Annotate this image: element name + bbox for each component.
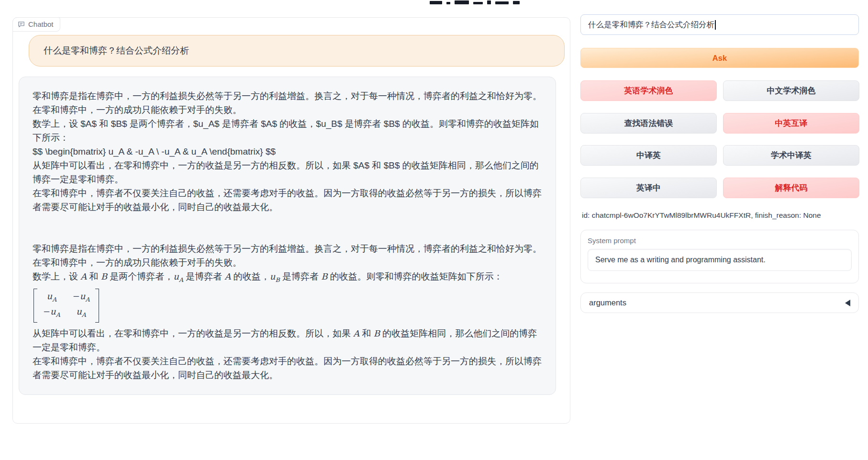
payoff-matrix: uA −uA −uA uA — [33, 289, 99, 323]
bot-paragraph: 数学上，设 $A$ 和 $B$ 是两个博弈者，$u_A$ 是博弈者 $A$ 的收… — [33, 117, 542, 145]
bot-paragraph-latex-source: $$ \begin{bmatrix} u_A & -u_A \ -u_A & u… — [33, 145, 542, 158]
button-zh-to-en[interactable]: 中译英 — [580, 145, 717, 166]
message-section-gap — [33, 214, 542, 242]
bot-paragraph: 零和博弈是指在博弈中，一方的利益损失必然等于另一方的利益增益。换言之，对于每一种… — [33, 89, 542, 117]
user-message-text: 什么是零和博弈？结合公式介绍分析 — [44, 45, 189, 57]
bot-paragraph-with-math: 数学上，设 A 和 B 是两个博弈者，uA 是博弈者 A 的收益，uB 是博弈者… — [33, 269, 542, 287]
button-academic-zh-to-en[interactable]: 学术中译英 — [723, 145, 859, 166]
response-status-text: id: chatcmpl-6wOo7KrYTwMl89lbrMWRu4UkFFX… — [582, 211, 821, 220]
system-prompt-label: System prompt — [588, 236, 852, 245]
button-en-to-zh[interactable]: 英译中 — [580, 178, 717, 198]
system-prompt-input[interactable] — [588, 249, 852, 271]
title-fragment — [513, 1, 520, 4]
button-chinese-academic-polish[interactable]: 中文学术润色 — [723, 80, 859, 101]
text-cursor — [715, 20, 716, 30]
clipped-page-title — [430, 0, 520, 4]
matrix-cell: uA — [76, 305, 86, 321]
title-fragment — [455, 0, 469, 4]
button-explain-code[interactable]: 解释代码 — [723, 178, 859, 198]
chatbot-panel: Chatbot 什么是零和博弈？结合公式介绍分析 零和博弈是指在博弈中，一方的利… — [12, 17, 570, 424]
title-fragment — [430, 1, 442, 4]
title-fragment — [487, 0, 491, 4]
math-var: B — [101, 271, 107, 281]
math-sub: B — [275, 276, 279, 283]
matrix-left-bracket — [33, 289, 37, 323]
bot-paragraph-with-math: 从矩阵中可以看出，在零和博弈中，一方的收益是另一方的相反数。所以，如果 A 和 … — [33, 326, 542, 354]
bot-message: 零和博弈是指在博弈中，一方的利益损失必然等于另一方的利益增益。换言之，对于每一种… — [19, 77, 556, 395]
title-fragment — [473, 2, 483, 4]
matrix-cell: uA — [47, 290, 57, 305]
chatbot-label-text: Chatbot — [28, 20, 54, 28]
math-var: A — [353, 328, 359, 338]
math-var: A — [225, 271, 231, 281]
title-fragment — [446, 2, 450, 4]
user-message: 什么是零和博弈？结合公式介绍分析 — [29, 35, 565, 67]
chat-bubble-icon — [18, 21, 25, 28]
chatbot-label: Chatbot — [12, 17, 60, 32]
bot-paragraph: 零和博弈是指在博弈中，一方的利益损失必然等于另一方的利益增益。换言之，对于每一种… — [33, 242, 542, 269]
math-sub: A — [179, 276, 183, 283]
bot-paragraph: 在零和博弈中，博弈者不仅要关注自己的收益，还需要考虑对手的收益。因为一方取得的收… — [33, 354, 542, 382]
triangle-left-icon — [845, 300, 850, 306]
title-fragment — [495, 1, 509, 4]
math-var: u — [173, 271, 179, 281]
matrix-right-bracket — [95, 289, 99, 323]
math-var: B — [321, 271, 327, 281]
question-input[interactable]: 什么是零和博弈？结合公式介绍分析 — [580, 14, 859, 35]
ask-button[interactable]: Ask — [580, 48, 859, 68]
arguments-accordion-label: arguments — [589, 298, 626, 307]
button-zh-en-mutual-translate[interactable]: 中英互译 — [723, 113, 859, 134]
question-input-value: 什么是零和博弈？结合公式介绍分析 — [588, 20, 714, 30]
system-prompt-block: System prompt — [580, 230, 859, 283]
math-var: B — [374, 328, 380, 338]
bot-paragraph: 从矩阵中可以看出，在零和博弈中，一方的收益是另一方的相反数。所以，如果 $A$ … — [33, 158, 542, 186]
button-find-grammar-errors[interactable]: 查找语法错误 — [580, 113, 717, 134]
button-english-academic-polish[interactable]: 英语学术润色 — [580, 80, 717, 101]
math-var: A — [80, 271, 87, 281]
matrix-cell: −uA — [73, 290, 90, 305]
matrix-cell: −uA — [43, 305, 60, 321]
bot-paragraph: 在零和博弈中，博弈者不仅要关注自己的收益，还需要考虑对手的收益。因为一方取得的收… — [33, 186, 542, 214]
arguments-accordion[interactable]: arguments — [580, 292, 859, 313]
math-var: u — [270, 271, 276, 281]
